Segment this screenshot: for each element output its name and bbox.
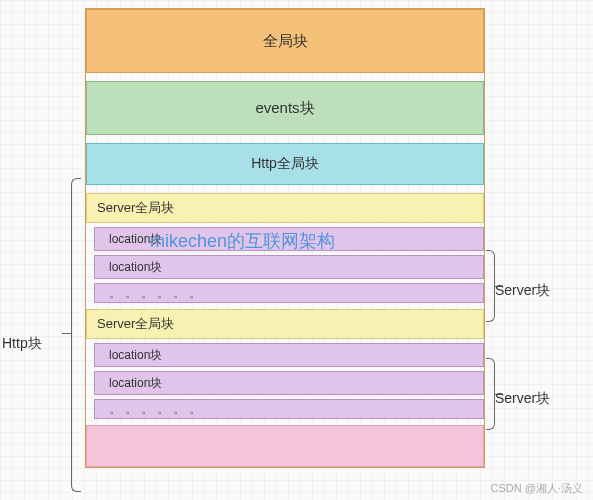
gap (86, 73, 484, 81)
server-group-1: Server全局块 location块 location块 。。。。。。 (86, 193, 484, 303)
server-bracket-1 (486, 250, 495, 322)
bottom-ellipsis-block (86, 425, 484, 467)
http-bracket (71, 178, 81, 492)
location-block: location块 (94, 371, 484, 395)
location-block: location块 (94, 227, 484, 251)
server-bracket-2-label: Server块 (495, 390, 550, 408)
gap (86, 135, 484, 143)
location-block: location块 (94, 343, 484, 367)
footer-credit: CSDN @湘人·汤义 (491, 481, 583, 496)
location-block: location块 (94, 255, 484, 279)
events-block: events块 (86, 81, 484, 135)
global-block: 全局块 (86, 9, 484, 73)
server-bracket-2 (486, 358, 495, 430)
server-global-block: Server全局块 (86, 309, 484, 339)
http-inner: Server全局块 location块 location块 。。。。。。 Ser… (86, 193, 484, 467)
ellipsis-block: 。。。。。。 (94, 283, 484, 303)
gap (86, 185, 484, 193)
http-global-block: Http全局块 (86, 143, 484, 185)
server-global-block: Server全局块 (86, 193, 484, 223)
nginx-config-diagram: 全局块 events块 Http全局块 Server全局块 location块 … (85, 8, 485, 468)
http-bracket-tip (62, 333, 71, 334)
ellipsis-block: 。。。。。。 (94, 399, 484, 419)
http-bracket-label: Http块 (2, 335, 42, 353)
server-group-2: Server全局块 location块 location块 。。。。。。 (86, 309, 484, 419)
server-bracket-1-label: Server块 (495, 282, 550, 300)
